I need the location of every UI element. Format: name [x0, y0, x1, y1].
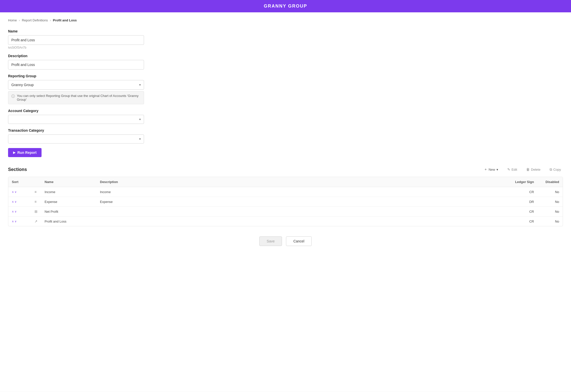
th-sort: Sort: [8, 177, 31, 187]
row-type-icon: ↗: [34, 219, 38, 223]
table-row[interactable]: ∧ ∨ ≡ Income Income CR No: [8, 187, 563, 197]
play-icon: ▶: [13, 151, 15, 154]
new-label: New: [489, 168, 495, 171]
row-disabled: No: [538, 207, 563, 217]
table-header-row: Sort Name Description Ledger Sign Disabl…: [8, 177, 563, 187]
sort-down-icon[interactable]: ∨: [15, 191, 17, 193]
row-type-icon: ≡: [34, 190, 37, 194]
transaction-category-chevron-icon: ▾: [139, 137, 141, 141]
row-description: [96, 207, 505, 217]
transaction-category-group: Transaction Category ▾: [8, 128, 144, 144]
reporting-group-label: Reporting Group: [8, 74, 144, 78]
new-button[interactable]: ＋ New ▾: [482, 166, 500, 173]
transaction-category-label: Transaction Category: [8, 128, 144, 132]
sort-cell: ∧ ∨: [8, 187, 31, 197]
row-ledger-sign: DR: [505, 197, 538, 207]
breadcrumb-report-definitions[interactable]: Report Definitions: [22, 18, 48, 22]
row-name: Profit and Loss: [41, 217, 96, 226]
transaction-category-select[interactable]: ▾: [8, 134, 144, 144]
table-row[interactable]: ∧ ∨ ↗ Profit and Loss CR No: [8, 217, 563, 226]
info-icon: ⓘ: [11, 94, 15, 99]
row-disabled: No: [538, 217, 563, 226]
sort-cell: ∧ ∨: [8, 207, 31, 217]
row-ledger-sign: CR: [505, 207, 538, 217]
delete-label: Delete: [531, 168, 541, 171]
run-report-label: Run Report: [17, 151, 37, 155]
run-report-button[interactable]: ▶ Run Report: [8, 148, 42, 157]
row-disabled: No: [538, 197, 563, 207]
row-name: Expense: [41, 197, 96, 207]
name-label: Name: [8, 29, 144, 33]
row-description: [96, 217, 505, 226]
row-name: Net Profit: [41, 207, 96, 217]
new-chevron-icon: ▾: [496, 168, 498, 171]
breadcrumb-home[interactable]: Home: [8, 18, 17, 22]
info-box: ⓘ You can only select Reporting Group th…: [8, 91, 144, 104]
delete-button[interactable]: 🗑 Delete: [524, 166, 543, 172]
breadcrumb-sep-2: ›: [50, 19, 51, 22]
copy-icon: ⧉: [550, 167, 552, 172]
breadcrumb-sep-1: ›: [19, 19, 20, 22]
breadcrumb: Home › Report Definitions › Profit and L…: [8, 18, 563, 22]
sort-up-icon[interactable]: ∧: [12, 210, 14, 213]
account-category-chevron-icon: ▾: [139, 118, 141, 121]
top-bar: GRANNY GROUP: [0, 0, 571, 12]
th-description: Description: [96, 177, 505, 187]
app-title: GRANNY GROUP: [264, 4, 307, 9]
edit-label: Edit: [512, 168, 517, 171]
row-description: Income: [96, 187, 505, 197]
sections-table: Sort Name Description Ledger Sign Disabl…: [8, 177, 563, 226]
footer-buttons: Save Cancel: [8, 236, 563, 251]
reporting-group-value: Granny Group: [11, 83, 34, 87]
sort-up-icon[interactable]: ∧: [12, 191, 14, 193]
sort-cell: ∧ ∨: [8, 197, 31, 207]
row-name: Income: [41, 187, 96, 197]
th-icon: [31, 177, 41, 187]
reporting-group-group: Reporting Group Granny Group ▾ ⓘ You can…: [8, 74, 144, 104]
reporting-group-chevron-icon: ▾: [139, 83, 141, 87]
plus-icon: ＋: [484, 167, 487, 172]
account-category-group: Account Category ▾: [8, 109, 144, 124]
form-section: Name ivsSiOf3An7b Description Reporting …: [8, 29, 144, 157]
row-icon-cell: ⊞: [31, 207, 41, 217]
sections-actions: ＋ New ▾ ✎ Edit 🗑 Delete ⧉ Copy: [482, 166, 563, 173]
account-category-label: Account Category: [8, 109, 144, 113]
description-label: Description: [8, 54, 144, 58]
table-row[interactable]: ∧ ∨ ⊞ Net Profit CR No: [8, 207, 563, 217]
sort-down-icon[interactable]: ∨: [15, 200, 17, 203]
sections-header: Sections ＋ New ▾ ✎ Edit 🗑 Delete ⧉ Copy: [8, 166, 563, 173]
info-text: You can only select Reporting Group that…: [17, 94, 141, 101]
cancel-button[interactable]: Cancel: [286, 236, 312, 246]
account-category-select[interactable]: ▾: [8, 115, 144, 124]
row-ledger-sign: CR: [505, 187, 538, 197]
row-icon-cell: ≡: [31, 197, 41, 207]
th-name: Name: [41, 177, 96, 187]
copy-button[interactable]: ⧉ Copy: [548, 166, 563, 173]
sections-title: Sections: [8, 167, 27, 172]
sections-area: Sections ＋ New ▾ ✎ Edit 🗑 Delete ⧉ Copy: [8, 166, 563, 226]
row-icon-cell: ≡: [31, 187, 41, 197]
row-ledger-sign: CR: [505, 217, 538, 226]
row-icon-cell: ↗: [31, 217, 41, 226]
edit-icon: ✎: [507, 167, 510, 171]
table-row[interactable]: ∧ ∨ ≡ Expense Expense DR No: [8, 197, 563, 207]
sections-table-container: Sort Name Description Ledger Sign Disabl…: [8, 177, 563, 226]
trash-icon: 🗑: [526, 167, 530, 171]
row-type-icon: ≡: [34, 200, 37, 204]
sort-cell: ∧ ∨: [8, 217, 31, 226]
sort-up-icon[interactable]: ∧: [12, 220, 14, 223]
name-input[interactable]: [8, 35, 144, 45]
edit-button[interactable]: ✎ Edit: [505, 166, 519, 172]
row-description: Expense: [96, 197, 505, 207]
th-disabled: Disabled: [538, 177, 563, 187]
sort-down-icon[interactable]: ∨: [15, 210, 17, 213]
name-group: Name ivsSiOf3An7b: [8, 29, 144, 49]
th-ledger-sign: Ledger Sign: [505, 177, 538, 187]
sort-down-icon[interactable]: ∨: [15, 220, 17, 223]
description-input[interactable]: [8, 60, 144, 69]
reporting-group-select[interactable]: Granny Group ▾: [8, 80, 144, 90]
sort-up-icon[interactable]: ∧: [12, 200, 14, 203]
description-group: Description: [8, 54, 144, 69]
copy-label: Copy: [553, 168, 561, 171]
save-button: Save: [259, 236, 282, 246]
